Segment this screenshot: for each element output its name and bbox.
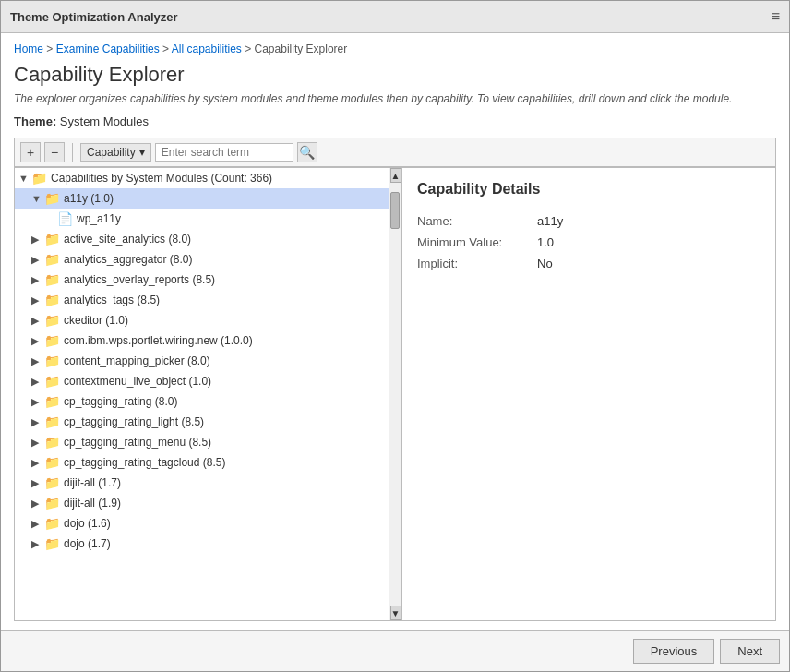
tree-item-com-ibm[interactable]: ▶ 📁 com.ibm.wps.portlet.wiring.new (1.0.…	[15, 330, 401, 351]
folder-icon-com-ibm: 📁	[44, 333, 60, 348]
tree-item-ckeditor[interactable]: ▶ 📁 ckeditor (1.0)	[15, 310, 401, 330]
tree-scroll[interactable]: ▼ 📁 Capabilities by System Modules (Coun…	[15, 168, 401, 620]
theme-line: Theme: System Modules	[14, 114, 776, 128]
scroll-down[interactable]: ▼	[390, 606, 401, 620]
tree-item-contextmenu[interactable]: ▶ 📁 contextmenu_live_object (1.0)	[15, 371, 401, 391]
previous-button[interactable]: Previous	[633, 639, 715, 664]
detail-row-name: Name: a11y	[417, 210, 760, 232]
breadcrumb-examine[interactable]: Examine Capabilities	[56, 42, 160, 55]
toggle-analytics-agg[interactable]: ▶	[31, 254, 44, 266]
search-icon: 🔍	[299, 145, 315, 160]
tree-item-wp-a11y[interactable]: 📄 wp_a11y	[15, 209, 401, 229]
bottom-bar: Previous Next	[1, 630, 789, 671]
toggle-analytics-overlay[interactable]: ▶	[31, 274, 44, 286]
label-com-ibm: com.ibm.wps.portlet.wiring.new (1.0.0)	[64, 334, 253, 347]
breadcrumb-sep2: >	[162, 42, 172, 55]
tree-item-cp-tagging-light[interactable]: ▶ 📁 cp_tagging_rating_light (8.5)	[15, 412, 401, 432]
toggle-cp-tagging-tagcloud[interactable]: ▶	[31, 457, 44, 469]
toggle-a11y[interactable]: ▼	[31, 193, 44, 204]
scroll-track	[389, 183, 401, 606]
dropdown-chevron-icon: ▾	[139, 146, 145, 159]
tree-item-cp-tagging-tagcloud[interactable]: ▶ 📁 cp_tagging_rating_tagcloud (8.5)	[15, 452, 401, 473]
tree-item-a11y[interactable]: ▼ 📁 a11y (1.0)	[15, 188, 401, 209]
toggle-ckeditor[interactable]: ▶	[31, 315, 44, 327]
tree-item-dijit-17[interactable]: ▶ 📁 dijit-all (1.7)	[15, 473, 401, 493]
label-content-mapping: content_mapping_picker (8.0)	[64, 354, 210, 367]
label-dijit-17: dijit-all (1.7)	[64, 476, 121, 489]
folder-icon-analytics-overlay: 📁	[44, 272, 60, 287]
tree-item-cp-tagging-menu[interactable]: ▶ 📁 cp_tagging_rating_menu (8.5)	[15, 432, 401, 452]
page-title: Capability Explorer	[14, 63, 776, 87]
folder-icon-analytics-tags: 📁	[44, 293, 60, 307]
detail-label-name: Name:	[417, 210, 537, 232]
toolbar-divider	[72, 143, 73, 162]
main-panel: ▼ 📁 Capabilities by System Modules (Coun…	[14, 167, 776, 621]
breadcrumb-all[interactable]: All capabilities	[172, 42, 242, 55]
scroll-thumb[interactable]	[390, 192, 400, 229]
label-ckeditor: ckeditor (1.0)	[64, 314, 128, 327]
tree-item-content-mapping[interactable]: ▶ 📁 content_mapping_picker (8.0)	[15, 351, 401, 371]
toggle-dijit-19[interactable]: ▶	[31, 498, 44, 510]
detail-value-minval: 1.0	[537, 232, 760, 253]
theme-value: System Modules	[60, 114, 149, 128]
add-button[interactable]: +	[20, 142, 41, 162]
details-panel: Capability Details Name: a11y Minimum Va…	[402, 168, 775, 620]
tree-item-analytics-overlay[interactable]: ▶ 📁 analytics_overlay_reports (8.5)	[15, 270, 401, 290]
search-input[interactable]	[155, 143, 293, 162]
toggle-active[interactable]: ▶	[31, 234, 44, 246]
dropdown-label: Capability	[87, 146, 136, 159]
tree-item-active-site-analytics[interactable]: ▶ 📁 active_site_analytics (8.0)	[15, 229, 401, 249]
window-title: Theme Optimization Analyzer	[10, 10, 178, 24]
folder-icon-dijit-17: 📁	[44, 475, 60, 490]
tree-item-dijit-19[interactable]: ▶ 📁 dijit-all (1.9)	[15, 493, 401, 513]
label-wp-a11y: wp_a11y	[77, 212, 121, 225]
toggle-analytics-tags[interactable]: ▶	[31, 294, 44, 306]
capability-dropdown[interactable]: Capability ▾	[80, 143, 151, 162]
folder-icon-content-mapping: 📁	[44, 354, 60, 368]
folder-icon-ckeditor: 📁	[44, 313, 60, 328]
search-button[interactable]: 🔍	[297, 142, 317, 162]
toggle-content-mapping[interactable]: ▶	[31, 355, 44, 367]
menu-icon[interactable]: ≡	[772, 8, 780, 25]
folder-icon-dijit-19: 📁	[44, 496, 60, 510]
next-button[interactable]: Next	[720, 639, 780, 664]
toggle-com-ibm[interactable]: ▶	[31, 335, 44, 347]
toggle-contextmenu[interactable]: ▶	[31, 376, 44, 388]
scrollbar[interactable]: ▲ ▼	[389, 168, 401, 620]
scroll-up[interactable]: ▲	[390, 168, 401, 183]
label-contextmenu: contextmenu_live_object (1.0)	[64, 375, 211, 388]
toggle-cp-tagging[interactable]: ▶	[31, 396, 44, 408]
folder-icon-cp-tagging-light: 📁	[44, 414, 60, 429]
tree-item-dojo-16[interactable]: ▶ 📁 dojo (1.6)	[15, 513, 401, 534]
label-dojo-16: dojo (1.6)	[64, 517, 111, 530]
tree-item-analytics-aggregator[interactable]: ▶ 📁 analytics_aggregator (8.0)	[15, 249, 401, 270]
toggle-dojo-17[interactable]: ▶	[31, 538, 44, 550]
root-label: Capabilities by System Modules (Count: 3…	[51, 172, 272, 185]
tree-item-cp-tagging[interactable]: ▶ 📁 cp_tagging_rating (8.0)	[15, 391, 401, 412]
folder-icon-dojo-16: 📁	[44, 516, 60, 531]
folder-icon-cp-tagging: 📁	[44, 394, 60, 409]
label-a11y: a11y (1.0)	[64, 192, 114, 205]
page-description: The explorer organizes capabilities by s…	[14, 92, 776, 105]
tree-item-analytics-tags[interactable]: ▶ 📁 analytics_tags (8.5)	[15, 290, 401, 310]
breadcrumb-sep1: >	[46, 42, 55, 55]
detail-label-minval: Minimum Value:	[417, 232, 537, 253]
toggle-cp-tagging-menu[interactable]: ▶	[31, 437, 44, 449]
tree-item-dojo-17[interactable]: ▶ 📁 dojo (1.7)	[15, 534, 401, 554]
toggle-dijit-17[interactable]: ▶	[31, 477, 44, 489]
root-toggle[interactable]: ▼	[18, 173, 31, 184]
breadcrumb-home[interactable]: Home	[14, 42, 43, 55]
breadcrumb-sep3: >	[245, 42, 254, 55]
folder-icon-dojo-17: 📁	[44, 536, 60, 551]
remove-button[interactable]: −	[44, 142, 65, 162]
toggle-cp-tagging-light[interactable]: ▶	[31, 416, 44, 428]
breadcrumb: Home > Examine Capabilities > All capabi…	[14, 42, 776, 55]
label-cp-tagging: cp_tagging_rating (8.0)	[64, 395, 177, 408]
label-active: active_site_analytics (8.0)	[64, 233, 191, 246]
doc-icon-wp-a11y: 📄	[57, 211, 73, 226]
root-folder-icon: 📁	[31, 171, 47, 186]
folder-icon-active: 📁	[44, 232, 60, 246]
detail-value-implicit: No	[537, 253, 760, 274]
tree-root[interactable]: ▼ 📁 Capabilities by System Modules (Coun…	[15, 168, 401, 188]
toggle-dojo-16[interactable]: ▶	[31, 518, 44, 530]
